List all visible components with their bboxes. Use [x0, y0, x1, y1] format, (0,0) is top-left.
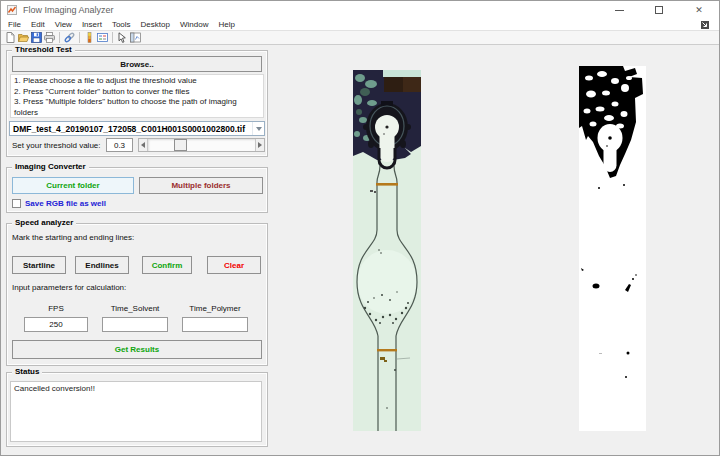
panel-title: Threshold Test: [12, 45, 75, 54]
fps-input[interactable]: [24, 317, 88, 332]
save-rgb-label: Save RGB file as well: [25, 199, 106, 208]
save-rgb-checkbox[interactable]: [12, 199, 21, 208]
figure-canvas: Threshold Test Browse.. 1. Please choose…: [1, 45, 719, 455]
chevron-down-icon: [252, 122, 264, 135]
maximize-icon: [655, 6, 663, 14]
menu-file[interactable]: File: [3, 20, 26, 29]
menu-help[interactable]: Help: [213, 20, 239, 29]
instruction-line: 2. Press "Current folder" button to conv…: [14, 87, 260, 98]
close-icon: ✕: [695, 6, 703, 15]
insert-colorbar-icon[interactable]: [83, 31, 96, 44]
confirm-button[interactable]: Confirm: [142, 256, 192, 274]
minimize-button[interactable]: [599, 1, 639, 19]
arrow-right-icon: [258, 142, 262, 148]
toolbar-separator: [112, 32, 113, 43]
save-figure-icon[interactable]: [30, 31, 43, 44]
panel-title: Status: [12, 367, 42, 376]
slider-right-arrow[interactable]: [255, 139, 264, 151]
menu-insert[interactable]: Insert: [77, 20, 107, 29]
slider-left-arrow[interactable]: [139, 139, 148, 151]
threshold-label: Set your threshold value:: [12, 141, 101, 150]
time-solvent-input[interactable]: [102, 317, 168, 332]
time-polymer-input[interactable]: [182, 317, 248, 332]
menu-edit[interactable]: Edit: [26, 20, 50, 29]
browse-button[interactable]: Browse..: [12, 56, 262, 72]
time-solvent-label: Time_Solvent: [102, 304, 168, 313]
instructions-box: 1. Please choose a file to adjust the th…: [10, 74, 264, 118]
open-file-icon[interactable]: [17, 31, 30, 44]
original-image[interactable]: [353, 70, 421, 431]
new-file-icon[interactable]: [4, 31, 17, 44]
threshold-slider[interactable]: [138, 138, 265, 152]
edit-plot-icon[interactable]: [116, 31, 129, 44]
maximize-button[interactable]: [639, 1, 679, 19]
file-dropdown-value: DMF_test_4_20190107_172058_C001H001S0001…: [10, 124, 252, 134]
dock-figure-icon[interactable]: [701, 21, 709, 29]
print-figure-icon[interactable]: [43, 31, 56, 44]
get-results-button[interactable]: Get Results: [12, 340, 262, 359]
link-plot-icon[interactable]: [63, 31, 76, 44]
status-message: Cancelled conversion!!: [14, 384, 95, 393]
time-polymer-label: Time_Polymer: [182, 304, 248, 313]
status-box: Cancelled conversion!!: [10, 381, 262, 442]
threshold-slider-thumb[interactable]: [174, 139, 187, 151]
arrow-left-icon: [141, 142, 145, 148]
title-bar: Flow Imaging Analyzer ✕: [1, 1, 719, 19]
insert-legend-icon[interactable]: [96, 31, 109, 44]
params-label: Input parameters for calculation:: [12, 283, 126, 292]
menu-bar: File Edit View Insert Tools Desktop Wind…: [1, 19, 719, 30]
menu-desktop[interactable]: Desktop: [136, 20, 175, 29]
instruction-line: 1. Please choose a file to adjust the th…: [14, 76, 260, 87]
menu-tools[interactable]: Tools: [107, 20, 136, 29]
threshold-binary-image[interactable]: [579, 66, 646, 431]
slider-track[interactable]: [148, 139, 255, 151]
panel-title: Imaging Converter: [12, 162, 89, 171]
panel-title: Speed analyzer: [12, 218, 76, 227]
toolbar-separator: [79, 32, 80, 43]
status-panel: Status Cancelled conversion!!: [6, 372, 268, 447]
multiple-folders-button[interactable]: Multiple folders: [139, 177, 263, 194]
file-dropdown[interactable]: DMF_test_4_20190107_172058_C001H001S0001…: [9, 121, 265, 136]
threshold-value-input[interactable]: [106, 138, 133, 152]
endlines-button[interactable]: Endlines: [75, 256, 129, 274]
threshold-test-panel: Threshold Test Browse.. 1. Please choose…: [6, 50, 268, 157]
menu-view[interactable]: View: [50, 20, 77, 29]
instruction-line: 3. Press "Multiple folders" button to ch…: [14, 97, 260, 118]
startline-button[interactable]: Startline: [12, 256, 66, 274]
fps-label: FPS: [24, 304, 88, 313]
mark-lines-label: Mark the starting and ending lines:: [12, 233, 134, 242]
plot-browser-icon[interactable]: [129, 31, 142, 44]
toolbar-separator: [59, 32, 60, 43]
clear-button[interactable]: Clear: [207, 256, 261, 274]
window-title: Flow Imaging Analyzer: [23, 5, 114, 15]
minimize-icon: [615, 10, 624, 11]
close-button[interactable]: ✕: [679, 1, 719, 19]
app-window: Flow Imaging Analyzer ✕ File Edit View I…: [0, 0, 720, 456]
matlab-figure-icon: [7, 5, 17, 15]
imaging-converter-panel: Imaging Converter Current folder Multipl…: [6, 167, 268, 213]
menu-window[interactable]: Window: [175, 20, 213, 29]
current-folder-button[interactable]: Current folder: [12, 177, 134, 194]
speed-analyzer-panel: Speed analyzer Mark the starting and end…: [6, 223, 268, 366]
figure-toolbar: [1, 30, 719, 45]
